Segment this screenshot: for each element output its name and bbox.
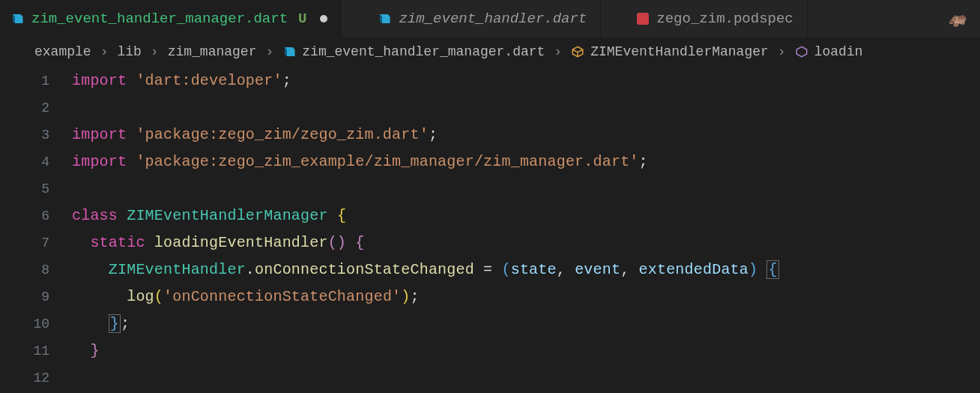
token <box>328 207 337 224</box>
token: ZIMEventHandler <box>109 261 246 278</box>
token: () <box>328 234 346 251</box>
breadcrumb-item[interactable]: lib <box>117 44 141 59</box>
line-number: 3 <box>0 122 72 148</box>
token: . <box>246 261 255 278</box>
line-number: 5 <box>0 176 72 202</box>
dart-icon <box>10 12 24 26</box>
line-number: 12 <box>0 364 72 392</box>
token: ; <box>639 153 648 170</box>
token: { <box>766 260 778 279</box>
token: ( <box>502 261 511 278</box>
line-number: 4 <box>0 148 72 176</box>
line-number: 6 <box>0 202 72 230</box>
tab[interactable]: zim_event_handler.dart <box>342 0 601 38</box>
token: import <box>72 126 136 143</box>
token: 'package:zego_zim/zego_zim.dart' <box>136 126 428 143</box>
token: log <box>127 288 154 305</box>
token: ) <box>748 261 757 278</box>
token <box>346 234 355 251</box>
token: 'dart:developer' <box>136 72 282 89</box>
tab-unsaved-dot-icon <box>320 15 327 22</box>
tab-spacer: 🦛 <box>808 0 980 38</box>
code-content[interactable]: } <box>72 338 100 364</box>
token: 'onConnectionStateChanged' <box>163 288 401 305</box>
token: ; <box>121 315 130 332</box>
code-line[interactable]: 12 <box>0 364 980 392</box>
breadcrumb-item[interactable]: ZIMEventHandlerManager <box>571 44 769 59</box>
code-line[interactable]: 8 ZIMEventHandler.onConnectionStateChang… <box>0 256 980 284</box>
token: = <box>474 261 502 278</box>
chevron-right-icon: › <box>778 44 786 59</box>
code-line[interactable]: 10 }; <box>0 310 980 338</box>
token: } <box>90 342 99 359</box>
code-line[interactable]: 3import 'package:zego_zim/zego_zim.dart'… <box>0 122 980 148</box>
class-icon <box>571 45 584 58</box>
chevron-right-icon: › <box>151 44 159 59</box>
method-icon <box>795 45 808 58</box>
code-content[interactable]: class ZIMEventHandlerManager { <box>72 202 346 230</box>
line-number: 8 <box>0 256 72 284</box>
line-number: 2 <box>0 94 72 122</box>
breadcrumb-item[interactable]: zim_event_handler_manager.dart <box>282 44 545 59</box>
code-content[interactable]: static loadingEventHandler() { <box>72 230 364 256</box>
token: , <box>557 261 575 278</box>
token: } <box>109 314 121 333</box>
token: ; <box>282 72 291 89</box>
code-line[interactable]: 1import 'dart:developer'; <box>0 68 980 94</box>
tab-label: zim_event_handler_manager.dart <box>31 10 288 27</box>
code-content[interactable]: }; <box>72 310 130 338</box>
token: ; <box>429 126 438 143</box>
token: , <box>620 261 638 278</box>
token: { <box>355 234 364 251</box>
token: event <box>575 261 620 278</box>
token: ; <box>411 288 420 305</box>
tab-git-status: U <box>298 10 306 27</box>
token: extendedData <box>639 261 748 278</box>
token: import <box>72 153 136 170</box>
code-line[interactable]: 7 static loadingEventHandler() { <box>0 230 980 256</box>
breadcrumb-item[interactable]: zim_manager <box>168 44 257 59</box>
code-editor[interactable]: 1import 'dart:developer';23import 'packa… <box>0 66 980 392</box>
tab-label: zego_zim.podspec <box>656 10 793 27</box>
token: static <box>90 234 154 251</box>
token: import <box>72 72 136 89</box>
dart-icon <box>378 12 391 26</box>
line-number: 9 <box>0 284 72 310</box>
tab-bar: zim_event_handler_manager.dart U zim_eve… <box>0 0 980 38</box>
token: ZIMEventHandlerManager <box>127 207 327 224</box>
code-content[interactable]: import 'package:zego_zim/zego_zim.dart'; <box>72 122 438 148</box>
token: loadingEventHandler <box>154 234 328 251</box>
line-number: 10 <box>0 310 72 338</box>
tab-label: zim_event_handler.dart <box>399 10 587 27</box>
code-line[interactable]: 2 <box>0 94 980 122</box>
token: { <box>337 207 346 224</box>
line-number: 7 <box>0 230 72 256</box>
code-line[interactable]: 11 } <box>0 338 980 364</box>
code-line[interactable]: 5 <box>0 176 980 202</box>
chevron-right-icon: › <box>554 44 562 59</box>
code-line[interactable]: 9 log('onConnectionStateChanged'); <box>0 284 980 310</box>
token: 'package:zego_zim_example/zim_manager/zi… <box>136 153 638 170</box>
tab-active[interactable]: zim_event_handler_manager.dart U <box>0 0 342 38</box>
extension-icon[interactable]: 🦛 <box>948 10 967 28</box>
line-number: 11 <box>0 338 72 364</box>
line-number: 1 <box>0 68 72 94</box>
chevron-right-icon: › <box>265 44 273 59</box>
token: ) <box>401 288 410 305</box>
code-line[interactable]: 6class ZIMEventHandlerManager { <box>0 202 980 230</box>
breadcrumb-item[interactable]: example <box>34 44 91 59</box>
code-content[interactable]: ZIMEventHandler.onConnectionStateChanged… <box>72 256 779 284</box>
code-line[interactable]: 4import 'package:zego_zim_example/zim_ma… <box>0 148 980 176</box>
code-content[interactable]: log('onConnectionStateChanged'); <box>72 284 420 310</box>
breadcrumb-item[interactable]: loadin <box>795 44 863 59</box>
token: onConnectionStateChanged <box>255 261 474 278</box>
chevron-right-icon: › <box>100 44 109 59</box>
token <box>757 261 766 278</box>
breadcrumb: example › lib › zim_manager › zim_event_… <box>0 38 980 66</box>
podspec-icon <box>637 13 649 25</box>
code-content[interactable]: import 'package:zego_zim_example/zim_man… <box>72 148 648 176</box>
tab[interactable]: zego_zim.podspec <box>601 0 807 38</box>
token: class <box>72 207 127 224</box>
dart-icon <box>282 45 296 58</box>
code-content[interactable]: import 'dart:developer'; <box>72 68 291 94</box>
